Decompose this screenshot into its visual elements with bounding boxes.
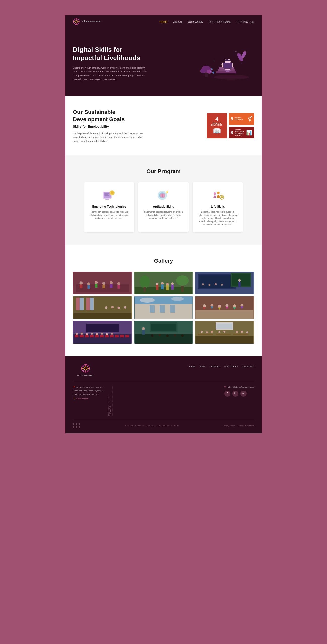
svg-rect-51: [76, 284, 129, 292]
sdg-subtitle: Skills for Employability: [73, 125, 148, 128]
svg-point-86: [209, 284, 211, 286]
svg-point-85: [202, 283, 204, 285]
svg-rect-61: [102, 285, 105, 288]
svg-rect-139: [135, 334, 192, 344]
svg-line-171: [87, 370, 88, 371]
svg-rect-116: [73, 321, 131, 344]
person-icon: 🚶: [73, 397, 75, 401]
sdg-4-number: 4: [215, 116, 218, 122]
get-direction-link[interactable]: 🚶 Get Direction: [73, 397, 103, 401]
program-card-aptitude: ⚡ Aptitude Skills Fundamental courses fo…: [138, 182, 189, 232]
svg-line-172: [87, 366, 88, 367]
footer-nav-about[interactable]: About: [199, 365, 206, 368]
svg-text:✦: ✦: [241, 62, 243, 64]
nav-contact[interactable]: CONTACT US: [237, 21, 254, 23]
social-facebook[interactable]: f: [224, 391, 230, 397]
svg-rect-163: [217, 324, 232, 329]
svg-rect-105: [135, 296, 192, 304]
footer-nav-work[interactable]: Our Work: [210, 365, 220, 368]
nav-programs[interactable]: OUR PROGRAMS: [209, 21, 231, 23]
footer-nav-programs[interactable]: Our Programs: [224, 365, 238, 368]
svg-rect-104: [170, 305, 175, 313]
svg-point-19: [200, 69, 206, 73]
program-cards: ! Emerging Technologies Technology cours…: [73, 182, 254, 232]
life-skills-title: Life Skills: [211, 205, 225, 208]
life-skills-icon: [210, 189, 225, 202]
logo-text: Ethnus Foundation: [82, 20, 101, 23]
svg-rect-143: [142, 330, 145, 335]
svg-rect-82: [232, 274, 250, 286]
svg-point-27: [210, 71, 211, 72]
svg-rect-91: [76, 298, 84, 310]
sdg-5-icon: ⚥: [248, 116, 252, 122]
svg-point-115: [241, 304, 244, 307]
gallery-item-7: [73, 321, 132, 344]
nav-about[interactable]: ABOUT: [173, 21, 183, 23]
svg-rect-151: [198, 334, 213, 335]
svg-point-53: [87, 282, 90, 285]
svg-point-96: [111, 306, 114, 308]
svg-rect-17: [205, 72, 208, 77]
svg-point-66: [140, 275, 150, 288]
social-linkedin[interactable]: in: [232, 391, 238, 397]
gallery-grid: [73, 272, 254, 344]
svg-rect-162: [216, 322, 233, 330]
svg-point-135: [106, 333, 108, 335]
svg-rect-74: [156, 285, 158, 290]
terms-link[interactable]: Terms & Conditions: [238, 425, 254, 427]
nav-home[interactable]: HOME: [160, 21, 168, 23]
svg-point-129: [76, 333, 78, 335]
sdg-title: Our Sustainable Development Goals: [73, 109, 148, 123]
svg-rect-92: [76, 298, 80, 310]
svg-rect-81: [231, 273, 251, 287]
footer-copyright: ETHNUS FOUNDATION | ALL RIGHTS RESERVED: [125, 425, 179, 427]
svg-rect-121: [90, 335, 94, 337]
sdg-goal-8: 8 DECENT WORK ANDECONOMIC GROWTH 📊: [229, 127, 254, 138]
footer-nav-home[interactable]: Home: [189, 365, 195, 368]
footer-top: Ethnus Foundation Home About Our Work Ou…: [73, 364, 254, 381]
svg-rect-150: [196, 336, 254, 344]
svg-rect-89: [73, 296, 131, 319]
footer-dot-5: [76, 426, 77, 428]
gallery-item-8: [134, 321, 193, 344]
footer-email-text: admin@ethnusfoundation.org: [228, 386, 254, 388]
svg-point-156: [211, 331, 213, 333]
gallery-item-6: [195, 296, 254, 319]
svg-rect-46: [221, 195, 222, 196]
gallery-section: Gallery: [65, 245, 262, 356]
svg-point-130: [81, 333, 83, 335]
footer-dot-2: [76, 423, 77, 425]
svg-point-107: [171, 297, 184, 301]
logo: Ethnus Foundation: [73, 18, 101, 25]
svg-rect-101: [145, 299, 182, 304]
svg-point-56: [110, 281, 113, 284]
aptitude-desc: Fundamental courses focusing on problem-…: [143, 210, 184, 220]
svg-point-110: [203, 304, 206, 307]
aptitude-icon: ⚡: [156, 189, 171, 202]
svg-rect-93: [86, 298, 94, 310]
gallery-item-4: [73, 296, 132, 319]
svg-point-106: [140, 298, 155, 303]
footer-dot-6: [79, 426, 80, 428]
svg-point-55: [102, 282, 105, 285]
svg-point-88: [221, 284, 223, 286]
nav-our-work[interactable]: OUR WORK: [188, 21, 203, 23]
svg-rect-109: [196, 310, 254, 319]
footer-logo-icon: [81, 364, 90, 373]
privacy-policy-link[interactable]: Privacy Policy: [223, 425, 235, 427]
svg-rect-100: [135, 304, 192, 319]
social-whatsapp[interactable]: w: [240, 391, 247, 397]
svg-line-7: [78, 23, 79, 24]
svg-rect-119: [80, 335, 84, 337]
svg-line-8: [78, 20, 79, 21]
footer-logo-area: Ethnus Foundation: [73, 364, 98, 377]
svg-point-160: [241, 331, 243, 333]
aptitude-title: Aptitude Skills: [153, 205, 174, 208]
hero-svg: ✦ ✦ ✦: [191, 42, 252, 85]
svg-rect-99: [135, 296, 192, 319]
svg-line-170: [83, 366, 84, 367]
svg-point-148: [181, 334, 184, 337]
svg-point-73: [171, 282, 174, 285]
footer-nav-contact[interactable]: Contact Us: [243, 365, 254, 368]
hero-title: Digital Skills for Impactful Livelihoods: [73, 46, 148, 62]
